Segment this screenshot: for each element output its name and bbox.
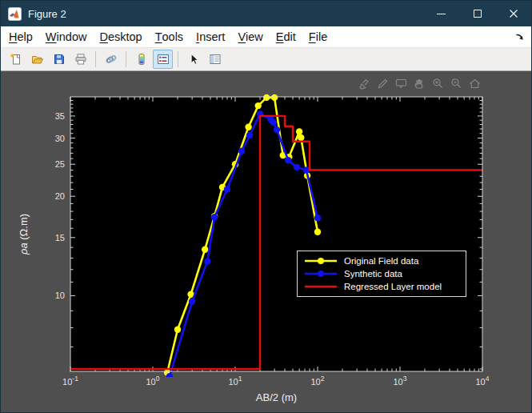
link-plot-button[interactable] [101, 50, 121, 69]
new-figure-button[interactable] [6, 50, 26, 69]
legend-entry-synthetic-data[interactable]: Synthetic data [303, 268, 459, 279]
minimize-button[interactable] [423, 1, 459, 26]
menubar: HelpWindowDesktopToolsInsertViewEditFile [1, 26, 531, 48]
x-tick-label: 104 [476, 375, 490, 387]
y-axis-label: ρa (Ω.m) [18, 214, 30, 255]
legend-sample [303, 282, 338, 291]
legend-entry-regressed-layer-model[interactable]: Regressed Layer model [303, 281, 459, 292]
maximize-icon [474, 10, 482, 18]
legend-label: Regressed Layer model [344, 282, 442, 291]
plot-area[interactable] [70, 97, 482, 371]
zoom-in-icon[interactable] [431, 77, 445, 90]
close-button[interactable] [495, 1, 531, 26]
print-figure-button[interactable] [70, 50, 90, 69]
edit-icon[interactable] [376, 77, 390, 90]
open-plot-browser-button[interactable] [205, 50, 225, 69]
menu-item-file[interactable]: File [302, 26, 334, 47]
toolbar-separator [95, 51, 96, 67]
x-tick-label: 100 [146, 375, 160, 387]
menu-item-tools[interactable]: Tools [149, 26, 190, 47]
save-figure-icon [53, 53, 66, 66]
insert-legend-icon [157, 53, 170, 66]
insert-colorbar-icon [135, 53, 148, 66]
restore-view-icon[interactable] [468, 77, 482, 90]
open-file-button[interactable] [27, 50, 47, 69]
new-figure-icon [10, 53, 22, 66]
datatip-icon[interactable] [394, 77, 408, 90]
figure-canvas: 10-1100101102103104101520253035AB/2 (m)ρ… [1, 71, 532, 413]
save-figure-button[interactable] [49, 50, 69, 69]
axes-toolbar [358, 77, 482, 90]
legend-label: Original Field data [344, 256, 418, 266]
open-file-icon [31, 53, 44, 66]
toolbar-separator [126, 51, 126, 67]
x-tick-label: 10-1 [62, 375, 78, 387]
link-plot-icon [105, 53, 118, 66]
print-figure-icon [74, 53, 87, 66]
brush-icon[interactable] [358, 77, 371, 90]
legend[interactable]: Original Field dataSynthetic dataRegress… [297, 251, 466, 297]
zoom-out-icon[interactable] [450, 77, 463, 90]
insert-colorbar-button[interactable] [131, 50, 151, 69]
menu-item-desktop[interactable]: Desktop [93, 26, 148, 47]
menu-item-help[interactable]: Help [2, 26, 39, 47]
y-tick-label: 10 [55, 291, 65, 300]
maximize-button[interactable] [459, 1, 495, 26]
menubar-overflow-arrow[interactable] [514, 31, 526, 42]
legend-entry-original-field-data[interactable]: Original Field data [303, 255, 459, 267]
legend-label: Synthetic data [344, 269, 402, 279]
y-tick-label: 25 [55, 159, 65, 169]
matlab-logo-icon [8, 7, 22, 21]
y-tick-label: 20 [55, 191, 65, 201]
titlebar[interactable]: Figure 2 [1, 1, 531, 26]
legend-sample [303, 256, 338, 266]
edit-plot-button[interactable] [183, 50, 203, 69]
y-tick-label: 30 [55, 134, 65, 143]
toolbar-separator [178, 51, 178, 67]
y-tick-label: 15 [55, 233, 65, 243]
x-tick-label: 103 [394, 375, 407, 387]
y-tick-label: 35 [55, 111, 65, 121]
x-axis-label: AB/2 (m) [256, 391, 297, 403]
menu-item-insert[interactable]: Insert [190, 26, 231, 47]
window-controls [423, 1, 531, 26]
x-tick-label: 102 [311, 375, 325, 387]
pan-icon[interactable] [413, 77, 426, 90]
figure-window: Figure 2 HelpWindowDesktopToolsInsertVie… [0, 0, 532, 413]
figure-toolbar [1, 48, 531, 71]
menu-item-edit[interactable]: Edit [270, 26, 302, 47]
close-icon [509, 9, 518, 18]
edit-plot-icon [187, 53, 200, 66]
x-tick-label: 101 [229, 375, 242, 387]
insert-legend-button[interactable] [153, 50, 173, 69]
legend-sample [303, 269, 338, 279]
open-plot-browser-icon [209, 53, 222, 66]
menu-item-window[interactable]: Window [39, 26, 94, 47]
menu-item-view[interactable]: View [231, 26, 269, 47]
minimize-icon [437, 14, 446, 14]
window-title: Figure 2 [28, 8, 66, 20]
plot-svg: 10-1100101102103104101520253035AB/2 (m)ρ… [1, 71, 532, 413]
